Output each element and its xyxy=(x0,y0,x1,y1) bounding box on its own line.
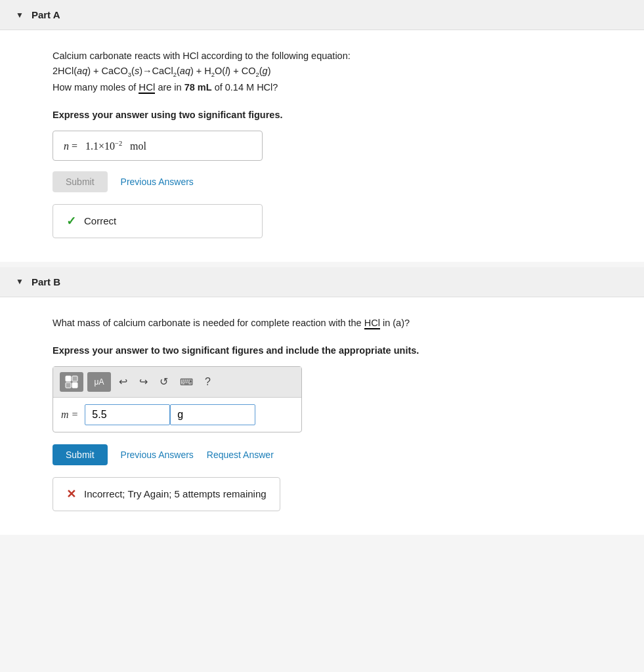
part-a-question: Calcium carbonate reacts with HCl accord… xyxy=(53,49,591,95)
undo-btn[interactable]: ↩ xyxy=(115,373,131,390)
part-a-answer-box: n = 1.1×10−2 mol xyxy=(53,131,263,160)
matrix-btn[interactable] xyxy=(60,372,83,392)
part-a-collapse-arrow[interactable]: ▼ xyxy=(16,10,24,20)
keyboard-btn[interactable]: ⌨ xyxy=(176,374,197,390)
part-a-previous-answers-link[interactable]: Previous Answers xyxy=(121,177,194,187)
part-a-submit-button[interactable]: Submit xyxy=(53,171,108,192)
reload-btn[interactable]: ↺ xyxy=(156,373,172,390)
part-a-header: ▼ Part A xyxy=(0,0,644,30)
part-b-request-answer-link[interactable]: Request Answer xyxy=(207,450,274,460)
part-a-label: Part A xyxy=(32,9,60,20)
part-a-question-line3: How many moles of HCl are in 78 mL of 0.… xyxy=(53,82,278,93)
part-b-result-text: Incorrect; Try Again; 5 attempts remaini… xyxy=(84,488,267,499)
svg-rect-3 xyxy=(72,383,77,388)
part-b-math-editor: μA ↩ ↪ ↺ ⌨ ? m = xyxy=(53,366,302,432)
part-b-header: ▼ Part B xyxy=(0,267,644,297)
part-b-input-row: m = xyxy=(53,398,301,432)
part-b-result-box: ✕ Incorrect; Try Again; 5 attempts remai… xyxy=(53,477,280,511)
part-a-result-box: ✓ Correct xyxy=(53,204,263,238)
redo-btn[interactable]: ↪ xyxy=(135,373,152,390)
part-a-check-icon: ✓ xyxy=(66,214,76,228)
part-a-submit-row: Submit Previous Answers xyxy=(53,171,591,192)
part-b-submit-button[interactable]: Submit xyxy=(53,444,108,465)
svg-rect-0 xyxy=(66,376,71,381)
part-a-question-line1: Calcium carbonate reacts with HCl accord… xyxy=(53,51,351,61)
part-a-result-text: Correct xyxy=(84,215,116,226)
part-b-express-label: Express your answer to two significant f… xyxy=(53,345,591,356)
part-b-body: What mass of calcium carbonate is needed… xyxy=(0,297,644,535)
part-b-math-var: m = xyxy=(61,409,78,421)
part-b-submit-row: Submit Previous Answers Request Answer xyxy=(53,444,591,465)
svg-rect-2 xyxy=(66,383,71,388)
part-b-question-text: What mass of calcium carbonate is needed… xyxy=(53,318,410,329)
part-b-previous-answers-link[interactable]: Previous Answers xyxy=(121,450,194,460)
part-b-question: What mass of calcium carbonate is needed… xyxy=(53,316,591,331)
part-b-x-icon: ✕ xyxy=(66,487,76,501)
svg-rect-1 xyxy=(72,376,77,381)
part-b-label: Part B xyxy=(32,276,60,287)
part-b-value-input[interactable] xyxy=(85,404,170,425)
part-a-express-label: Express your answer using two significan… xyxy=(53,110,591,120)
part-a-section: ▼ Part A Calcium carbonate reacts with H… xyxy=(0,0,644,262)
part-b-unit-input[interactable] xyxy=(170,404,255,425)
part-a-body: Calcium carbonate reacts with HCl accord… xyxy=(0,30,644,262)
part-b-section: ▼ Part B What mass of calcium carbonate … xyxy=(0,267,644,535)
part-b-collapse-arrow[interactable]: ▼ xyxy=(16,277,24,286)
help-btn[interactable]: ? xyxy=(201,373,215,390)
part-a-equation: 2HCl(aq) + CaCO3(s)→CaCl2(aq) + H2O(l) +… xyxy=(53,66,270,76)
part-a-answer-var: n = 1.1×10−2 mol xyxy=(64,140,146,152)
mu-btn[interactable]: μA xyxy=(87,372,111,392)
part-b-toolbar: μA ↩ ↪ ↺ ⌨ ? xyxy=(53,367,301,398)
